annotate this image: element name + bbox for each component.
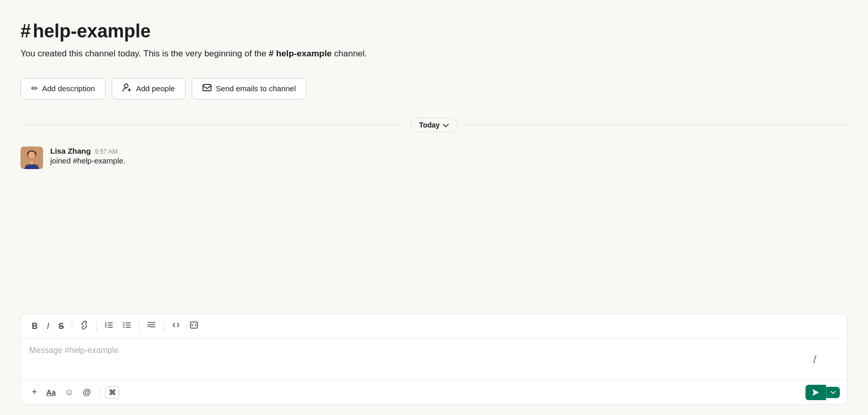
person-add-icon xyxy=(122,84,132,94)
mention-button[interactable]: @ xyxy=(79,385,95,400)
message-author: Lisa Zhang xyxy=(50,147,91,155)
email-icon xyxy=(202,84,212,93)
toolbar-sep-2 xyxy=(96,321,97,331)
svg-rect-1 xyxy=(203,84,211,90)
code-block-icon xyxy=(190,321,198,331)
description-suffix: channel. xyxy=(332,49,367,58)
format-icon: Aa xyxy=(47,388,56,397)
footer-sep xyxy=(99,387,100,398)
svg-point-5 xyxy=(28,151,35,159)
svg-text:3: 3 xyxy=(105,325,107,328)
message-item: Lisa Zhang 9:57 AM joined #help-example. xyxy=(20,147,848,169)
code-button[interactable] xyxy=(168,318,184,334)
ordered-list-button[interactable]: 1 2 3 xyxy=(101,318,117,334)
chevron-down-icon xyxy=(443,121,449,129)
attachment-button[interactable]: + xyxy=(28,384,41,400)
mention-icon: @ xyxy=(83,388,91,397)
send-options-button[interactable] xyxy=(826,387,840,398)
compose-toolbar: B I S 1 2 xyxy=(21,314,847,339)
compose-footer: + Aa ☺ @ ⌘ xyxy=(21,380,847,404)
svg-point-0 xyxy=(125,84,128,87)
avatar xyxy=(20,147,43,169)
toolbar-sep-3 xyxy=(139,321,139,331)
today-badge[interactable]: Today xyxy=(410,118,458,132)
today-label: Today xyxy=(419,121,440,129)
indent-icon xyxy=(147,321,156,331)
svg-point-16 xyxy=(123,322,125,324)
code-block-button[interactable] xyxy=(186,318,202,334)
cursor-indicator: 𝐼 xyxy=(813,352,816,366)
message-time: 9:57 AM xyxy=(95,148,117,155)
bold-icon: B xyxy=(32,322,38,331)
add-people-button[interactable]: Add people xyxy=(112,78,185,99)
send-button[interactable] xyxy=(805,385,826,400)
link-button[interactable] xyxy=(76,318,92,334)
plus-icon: + xyxy=(32,387,37,398)
send-emails-button[interactable]: Send emails to channel xyxy=(192,78,306,99)
add-people-label: Add people xyxy=(136,84,175,93)
italic-icon: I xyxy=(47,322,49,331)
ordered-list-icon: 1 2 3 xyxy=(105,321,113,331)
channel-description: You created this channel today. This is … xyxy=(20,47,848,60)
send-button-group xyxy=(805,385,840,400)
message-meta: Lisa Zhang 9:57 AM xyxy=(50,147,848,155)
unordered-list-button[interactable] xyxy=(119,318,135,334)
format-button[interactable]: Aa xyxy=(43,386,59,399)
divider-line-right xyxy=(464,125,848,125)
channel-header: # help-example You created this channel … xyxy=(20,20,848,72)
code-icon xyxy=(172,321,180,331)
action-buttons-row: ✏ Add description Add people Send emails… xyxy=(20,78,848,99)
add-description-label: Add description xyxy=(42,84,95,93)
italic-button[interactable]: I xyxy=(44,319,53,334)
message-content: Lisa Zhang 9:57 AM joined #help-example. xyxy=(50,147,848,165)
message-text: joined #help-example. xyxy=(50,156,848,165)
description-channel-ref: # help-example xyxy=(269,49,332,58)
svg-rect-6 xyxy=(30,161,33,164)
description-prefix: You created this channel today. This is … xyxy=(20,49,269,58)
indent-button[interactable] xyxy=(143,318,159,334)
hash-symbol: # xyxy=(20,20,31,42)
svg-point-18 xyxy=(123,326,125,328)
compose-body[interactable]: Message #help-example 𝐼 xyxy=(21,339,847,380)
add-description-button[interactable]: ✏ Add description xyxy=(20,78,106,99)
strikethrough-button[interactable]: S xyxy=(55,319,68,334)
pencil-icon: ✏ xyxy=(31,84,38,93)
emoji-button[interactable]: ☺ xyxy=(61,385,77,400)
toolbar-sep-1 xyxy=(72,321,72,331)
unordered-list-icon xyxy=(122,321,131,331)
bold-button[interactable]: B xyxy=(28,319,42,334)
divider-line-left xyxy=(20,125,404,125)
compose-box: B I S 1 2 xyxy=(20,314,848,405)
emoji-icon: ☺ xyxy=(65,387,73,398)
strikethrough-icon: S xyxy=(58,322,64,331)
slash-icon: ⌘ xyxy=(109,388,116,397)
date-divider: Today xyxy=(20,118,848,132)
compose-placeholder: Message #help-example xyxy=(29,346,118,355)
channel-name: help-example xyxy=(33,20,151,42)
link-icon xyxy=(80,321,89,331)
send-emails-label: Send emails to channel xyxy=(216,84,296,93)
svg-point-17 xyxy=(123,324,125,326)
toolbar-sep-4 xyxy=(163,321,164,331)
slash-command-button[interactable]: ⌘ xyxy=(105,386,119,399)
channel-title: # help-example xyxy=(20,20,848,42)
